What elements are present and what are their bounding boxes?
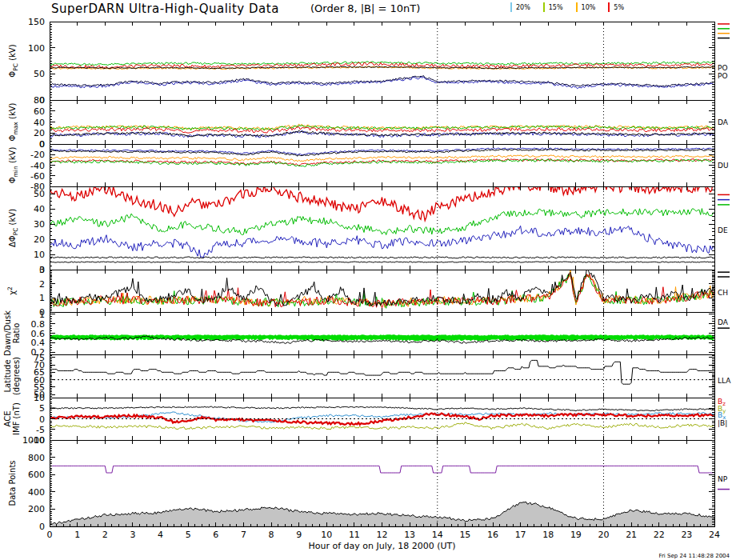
right-edge-label: DE xyxy=(718,226,728,234)
y-tick-label: 5 xyxy=(39,403,45,414)
y-tick-label: 600 xyxy=(28,470,45,480)
x-tick-label: 10 xyxy=(321,530,332,540)
x-tick-label: 22 xyxy=(654,530,665,540)
panel-y-axis-label: Dawn/Dusk xyxy=(3,310,12,356)
x-tick-label: 2 xyxy=(102,530,108,540)
y-tick-label: 10 xyxy=(34,250,45,260)
right-edge-label: CH xyxy=(718,289,728,297)
x-tick-label: 24 xyxy=(709,530,720,540)
y-tick-label: 1 xyxy=(39,293,45,303)
panel-y-axis-label: Latitude xyxy=(3,359,12,392)
panel-series-1 xyxy=(50,124,714,138)
y-tick-label: 2 xyxy=(39,279,45,290)
panel-series-5 xyxy=(50,334,714,343)
y-tick-label: 0.4 xyxy=(31,338,46,348)
x-tick-label: 21 xyxy=(626,530,637,540)
y-tick-label: 1000 xyxy=(22,435,45,446)
x-tick-label: 13 xyxy=(404,530,415,540)
y-tick-label: 150 xyxy=(28,17,45,27)
panel-y-axis-label: ΦPC (kV) xyxy=(8,44,19,77)
x-tick-label: 23 xyxy=(681,530,692,540)
x-tick-label: 8 xyxy=(269,530,274,540)
x-tick-label: 16 xyxy=(487,530,498,540)
x-tick-label: 18 xyxy=(542,530,554,540)
x-tick-label: 15 xyxy=(459,530,470,540)
y-tick-label: 0 xyxy=(39,414,45,425)
right-edge-label: LLA xyxy=(718,377,731,385)
y-tick-label: 800 xyxy=(28,453,45,463)
x-tick-label: 4 xyxy=(158,530,163,540)
y-tick-label: 80 xyxy=(34,95,45,106)
y-tick-label: 75 xyxy=(34,353,45,363)
x-tick-label: 6 xyxy=(213,530,218,540)
x-tick-label: 12 xyxy=(377,530,388,540)
panel-y-axis-label: IMF (nT) xyxy=(12,402,21,435)
y-tick-label: 1 xyxy=(39,310,45,320)
right-edge-label: DU xyxy=(718,162,729,170)
render-timestamp: Fri Sep 24 11:48:28 2004 xyxy=(658,553,730,559)
y-tick-label: 40 xyxy=(34,118,45,128)
panel-y-axis-label: Data Points xyxy=(8,460,17,506)
right-edge-label: |B| xyxy=(718,419,727,427)
y-tick-label: 10 xyxy=(34,393,45,403)
x-tick-label: 17 xyxy=(515,530,526,540)
x-tick-label: 1 xyxy=(74,530,80,540)
right-edge-label: PO xyxy=(718,72,728,80)
y-tick-label: 0.6 xyxy=(31,329,46,339)
x-tick-label: 9 xyxy=(296,530,302,540)
y-tick-label: -40 xyxy=(30,161,45,171)
right-edge-label: PO xyxy=(718,64,728,72)
panel-y-axis-label: χ2 xyxy=(6,286,17,295)
y-tick-label: 20 xyxy=(34,234,45,245)
panel-y-axis-label: Φmin (kV) xyxy=(8,147,19,184)
panel-y-axis-label: ΔΦPC (kV) xyxy=(8,209,19,247)
x-tick-label: 19 xyxy=(570,530,582,540)
x-tick-label: 11 xyxy=(349,530,360,540)
y-tick-label: 200 xyxy=(28,504,45,514)
y-tick-label: 400 xyxy=(28,487,45,498)
y-tick-label: 0 xyxy=(39,139,45,150)
y-tick-label: 0 xyxy=(39,522,45,532)
y-tick-label: -5 xyxy=(36,425,45,435)
x-axis-label: Hour of day on July, 18 2000 (UT) xyxy=(308,541,455,551)
panel-series-2 xyxy=(50,148,714,166)
right-edge-label: DA xyxy=(718,318,729,326)
panel-y-axis-label: (degrees) xyxy=(12,357,21,395)
y-tick-label: 60 xyxy=(34,106,45,117)
panel-y-axis-label: ACE xyxy=(3,411,12,427)
chart-svg: 050100150ΦPC (kV)POPO020406080Φmax (kV)D… xyxy=(0,0,732,560)
y-tick-label: 100 xyxy=(28,43,45,54)
x-tick-label: 0 xyxy=(47,530,53,540)
x-tick-label: 7 xyxy=(241,530,246,540)
panel-series-6 xyxy=(50,360,714,384)
right-edge-label: DA xyxy=(718,118,729,126)
panel-series-3 xyxy=(50,181,714,262)
panel-y-axis-label: Ratio xyxy=(12,323,21,344)
panel-series-7 xyxy=(50,406,714,430)
y-tick-label: 20 xyxy=(34,128,45,138)
y-tick-label: 50 xyxy=(34,189,45,199)
y-tick-label: 40 xyxy=(34,204,45,214)
y-tick-label: 3 xyxy=(39,265,45,275)
x-tick-label: 14 xyxy=(432,530,443,540)
x-tick-label: 3 xyxy=(130,530,135,540)
y-tick-label: 30 xyxy=(34,219,45,230)
panel-series-0 xyxy=(50,62,714,89)
y-tick-label: -60 xyxy=(30,171,45,182)
x-tick-label: 5 xyxy=(186,530,191,540)
superdarn-plot-page: SuperDARN Ultra-High-Quality Data (Order… xyxy=(0,0,732,560)
right-edge-label: NP xyxy=(718,475,728,483)
y-tick-label: 0.8 xyxy=(31,319,46,330)
x-tick-label: 20 xyxy=(598,530,610,540)
panel-y-axis-label: Φmax (kV) xyxy=(8,102,19,141)
y-tick-label: 50 xyxy=(34,69,45,79)
y-tick-label: -20 xyxy=(30,150,45,160)
panel-series-8 xyxy=(50,466,714,526)
